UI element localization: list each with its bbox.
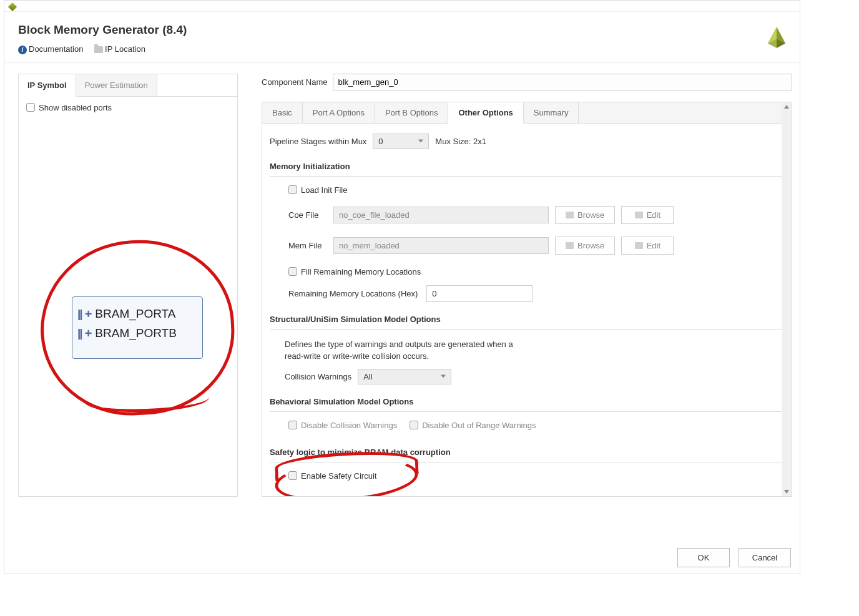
annotation-underline [84,384,209,414]
dialog-window: Block Memory Generator (8.4) iDocumentat… [4,0,800,574]
left-panel: IP Symbol Power Estimation Show disabled… [18,74,238,497]
edit-label: Edit [647,241,660,250]
browse-label: Browse [577,241,604,250]
tab-content-other: Pipeline Stages within Mux 0 Mux Size: 2… [262,124,792,496]
coe-file-label: Coe File [288,210,327,220]
disable-range-checkbox[interactable]: Disable Out of Range Warnings [410,421,536,430]
main-tabs: Basic Port A Options Port B Options Othe… [262,102,792,124]
content: IP Symbol Power Estimation Show disabled… [4,62,800,502]
documentation-link[interactable]: iDocumentation [18,44,83,54]
pipeline-select[interactable]: 0 [373,134,429,149]
collision-warnings-select[interactable]: All [358,369,451,384]
header: Block Memory Generator (8.4) [4,12,800,44]
browse-label: Browse [577,210,604,220]
load-init-file-checkbox[interactable]: Load Init File [288,185,784,195]
tab-basic[interactable]: Basic [262,102,303,123]
vivado-logo-icon [765,26,788,51]
fill-remaining-input[interactable] [288,267,297,276]
tab-ip-symbol[interactable]: IP Symbol [19,74,76,97]
disable-collision-input[interactable] [288,421,297,429]
divider [270,176,784,177]
bus-icon: || [77,307,82,321]
ip-location-link[interactable]: IP Location [94,44,145,54]
divider [270,411,784,412]
edit-icon [635,212,643,218]
remaining-hex-input[interactable] [426,285,533,302]
left-tabs: IP Symbol Power Estimation [19,74,237,97]
section-memory-init: Memory Initialization [270,162,784,171]
show-disabled-ports-label: Show disabled ports [39,103,112,112]
pipeline-label: Pipeline Stages within Mux [270,137,366,146]
coe-browse-button[interactable]: Browse [555,206,615,224]
edit-label: Edit [647,210,660,220]
footer: OK Cancel [677,548,791,567]
edit-icon [635,242,643,249]
left-body: Show disabled ports || + BRAM_PORTA || +… [19,97,237,496]
section-behavioral: Behavioral Simulation Model Options [270,397,784,406]
mem-edit-button[interactable]: Edit [621,237,674,255]
pipeline-row: Pipeline Stages within Mux 0 Mux Size: 2… [270,134,784,149]
info-icon: i [18,46,27,54]
port-bram-porta[interactable]: || + BRAM_PORTA [77,305,197,324]
right-panel: Component Name Basic Port A Options Port… [262,74,792,497]
port-b-label: BRAM_PORTB [95,326,177,340]
tabs-box: Basic Port A Options Port B Options Othe… [262,102,792,497]
bus-icon: || [77,326,82,340]
window-titlebar [4,1,800,12]
coe-edit-button[interactable]: Edit [621,206,674,224]
disable-collision-checkbox[interactable]: Disable Collision Warnings [288,421,397,430]
expand-icon[interactable]: + [85,326,92,341]
folder-icon [94,46,103,53]
load-init-file-input[interactable] [288,185,297,194]
app-icon [8,2,17,11]
show-disabled-ports-checkbox[interactable]: Show disabled ports [26,103,230,112]
coe-file-input [333,207,549,223]
tab-port-b-options[interactable]: Port B Options [375,102,449,123]
tab-power-estimation[interactable]: Power Estimation [76,74,157,96]
mem-file-input [333,237,549,254]
collision-warnings-label: Collision Warnings [285,372,351,381]
tab-other-options[interactable]: Other Options [448,102,523,124]
remaining-hex-row: Remaining Memory Locations (Hex) [288,285,784,302]
show-disabled-ports-input[interactable] [26,103,35,112]
tab-summary[interactable]: Summary [524,102,579,123]
disable-collision-label: Disable Collision Warnings [301,421,397,430]
ok-button[interactable]: OK [677,548,730,567]
folder-open-icon [566,242,574,249]
section-structural: Structural/UniSim Simulation Model Optio… [270,315,784,324]
disable-range-label: Disable Out of Range Warnings [422,421,536,430]
load-init-file-label: Load Init File [301,185,347,195]
ip-location-label: IP Location [105,44,145,54]
component-name-row: Component Name [262,74,792,90]
port-a-label: BRAM_PORTA [95,307,175,321]
remaining-hex-label: Remaining Memory Locations (Hex) [288,289,418,298]
structural-desc: Defines the type of warnings and outputs… [285,338,784,363]
cancel-button[interactable]: Cancel [739,548,791,567]
collision-warnings-row: Collision Warnings All [285,369,784,384]
mem-file-row: Mem File Browse Edit [288,237,784,255]
mux-size-label: Mux Size: 2x1 [435,137,486,146]
port-bram-portb[interactable]: || + BRAM_PORTB [77,324,197,343]
coe-file-row: Coe File Browse Edit [288,206,784,224]
expand-icon[interactable]: + [85,307,92,321]
documentation-label: Documentation [29,44,83,54]
fill-remaining-label: Fill Remaining Memory Locations [301,267,421,276]
tab-port-a-options[interactable]: Port A Options [303,102,375,123]
disable-range-input[interactable] [410,421,418,429]
mem-browse-button[interactable]: Browse [555,237,615,255]
scrollbar[interactable] [782,102,792,496]
component-name-label: Component Name [262,77,328,87]
enable-safety-label: Enable Safety Circuit [301,471,376,481]
fill-remaining-checkbox[interactable]: Fill Remaining Memory Locations [288,267,784,276]
enable-safety-checkbox[interactable]: Enable Safety Circuit [288,471,784,481]
component-name-input[interactable] [333,74,793,90]
divider [270,329,784,330]
folder-open-icon [566,212,574,218]
enable-safety-input[interactable] [288,471,297,480]
divider [270,462,784,462]
mem-file-label: Mem File [288,241,327,250]
subheader: iDocumentation IP Location [4,44,800,62]
ip-symbol-block: || + BRAM_PORTA || + BRAM_PORTB [72,296,203,359]
page-title: Block Memory Generator (8.4) [18,23,786,37]
section-safety: Safety logic to minimize BRAM data corru… [270,447,784,457]
